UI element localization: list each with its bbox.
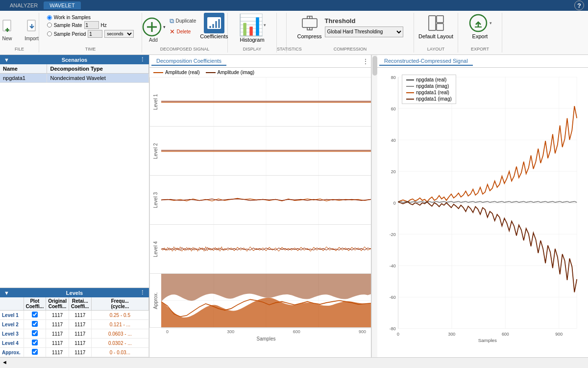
level-name: Level 2: [0, 320, 24, 329]
level-row[interactable]: Level 3 1117 1117 0.0603 - ...: [0, 329, 149, 339]
sample-rate-input[interactable]: [84, 21, 99, 29]
delete-button[interactable]: ✕ Delete: [168, 27, 198, 36]
legend-real: Amplitude (real): [153, 70, 200, 75]
svg-rect-18: [437, 24, 443, 30]
level2-label: Level 2: [149, 127, 161, 175]
level-freq: 0.0302 - ...: [91, 339, 148, 348]
level-retained: 1117: [69, 311, 91, 320]
level-checkbox[interactable]: [32, 330, 38, 336]
level1-label: Level 1: [149, 78, 161, 126]
svg-text:600: 600: [502, 332, 509, 337]
compress-button[interactable]: Compress: [297, 13, 321, 46]
export-button[interactable]: [468, 13, 489, 33]
level-checkbox[interactable]: [32, 340, 38, 345]
new-button[interactable]: New: [0, 15, 19, 43]
chart2-area: [161, 127, 371, 175]
bottom-bar: ◄: [0, 357, 588, 366]
levels-table: PlotCoeffi... OriginalCoeffi... Retai...…: [0, 297, 149, 357]
level-row[interactable]: Level 1 1117 1117 0.25 - 0.5: [0, 311, 149, 320]
level-freq: 0.121 - ...: [91, 320, 148, 329]
levels-title: Levels: [66, 290, 83, 296]
level-checkbox[interactable]: [32, 321, 38, 327]
level-checkbox[interactable]: [32, 312, 38, 317]
level-freq: 0.0603 - ...: [91, 329, 148, 339]
legend-npgdata1-imag: npgdata1 (imag): [416, 96, 452, 102]
time-unit-select[interactable]: seconds: [104, 30, 134, 38]
export-dropdown[interactable]: ▾: [490, 21, 492, 26]
level-freq: 0.25 - 0.5: [91, 311, 148, 320]
levels-collapse[interactable]: ▼: [4, 290, 9, 296]
histogram-button[interactable]: 📊: [238, 13, 264, 37]
level-checkbox-cell[interactable]: [24, 311, 46, 320]
legend-npgdata1-real: npgdata1 (real): [416, 90, 449, 95]
scenarios-options[interactable]: ⋮: [140, 56, 145, 63]
levels-options[interactable]: ⋮: [140, 289, 145, 296]
col-original: OriginalCoeffi...: [46, 297, 69, 311]
reconstructed-chart: npgdata (real) npgdata (imag) npgdata1 (…: [377, 68, 588, 357]
level-row[interactable]: Level 4 1117 1117 0.0302 - ...: [0, 339, 149, 348]
decomp-legend: Amplitude (real) Amplitude (imag): [149, 68, 371, 78]
svg-text:Samples: Samples: [478, 338, 497, 343]
approx-area: [161, 274, 371, 327]
level-original: 1117: [46, 311, 69, 320]
chart-level1: Level 1: [149, 78, 371, 127]
legend-imag-label: Amplitude (imag): [218, 70, 255, 75]
chart-approx: Approx.: [149, 274, 371, 328]
col-name: Name: [0, 64, 47, 74]
level-retained: 1117: [69, 339, 91, 348]
decomp-charts[interactable]: Level 1 Level: [149, 78, 371, 357]
sample-rate-radio[interactable]: [47, 23, 52, 27]
chart-level3: Level 3: [149, 176, 371, 225]
level-row[interactable]: Approx. 1117 1117 0 - 0.03...: [0, 348, 149, 357]
nav-prev[interactable]: ◄: [2, 359, 7, 365]
level-checkbox-cell[interactable]: [24, 320, 46, 329]
collapse-arrow[interactable]: ▼: [4, 57, 9, 63]
coefficients-button[interactable]: Coefficients: [200, 13, 228, 46]
scenario-row[interactable]: npgdata1 Nondecimated Wavelet: [0, 74, 149, 83]
duplicate-button[interactable]: ⧉ Duplicate: [168, 16, 198, 26]
scenarios-table: Name Decomposition Type npgdata1 Nondeci…: [0, 64, 149, 83]
work-in-samples-label: Work in Samples: [54, 15, 91, 20]
approx-label: Approx.: [149, 274, 161, 327]
level-checkbox-cell[interactable]: [24, 339, 46, 348]
ribbon: New Import FILE Work in Samples: [0, 11, 588, 55]
scenarios-header: ▼ Scenarios ⋮: [0, 55, 149, 64]
chart4-area: [161, 225, 371, 273]
histogram-dropdown[interactable]: ▾: [264, 23, 266, 27]
right-panel: Reconstructed-Compressed Signal npgdata …: [377, 55, 588, 357]
x-axis-title: Samples: [161, 335, 371, 342]
add-dropdown[interactable]: ▾: [163, 25, 166, 29]
svg-text:0: 0: [397, 332, 399, 337]
hz-label: Hz: [101, 23, 107, 28]
default-layout-button[interactable]: Default Layout: [418, 13, 453, 46]
svg-text:0: 0: [393, 201, 396, 206]
sample-period-radio[interactable]: [47, 31, 52, 36]
reconstructed-tab-bar: Reconstructed-Compressed Signal: [377, 55, 588, 68]
levels-header: ▼ Levels ⋮: [0, 288, 149, 297]
threshold-title: Threshold: [325, 17, 403, 25]
decomp-tab[interactable]: Decomposition Coefficients: [151, 57, 226, 66]
middle-panel: Decomposition Coefficients ⋮ Amplitude (…: [149, 55, 371, 357]
add-button[interactable]: [142, 17, 162, 37]
top-bar: ANALYZER WAVELET ?: [0, 0, 588, 11]
decomp-options[interactable]: ⋮: [362, 57, 369, 65]
scenario-name: npgdata1: [0, 74, 47, 83]
work-in-samples-radio[interactable]: [47, 15, 52, 20]
col-freq: Frequ...(cycle...: [91, 297, 148, 311]
middle-scrollbar[interactable]: [371, 55, 377, 357]
level-checkbox[interactable]: [32, 349, 38, 355]
reconstructed-tab[interactable]: Reconstructed-Compressed Signal: [379, 57, 473, 66]
help-button[interactable]: ?: [574, 0, 584, 10]
threshold-select[interactable]: Global Hard Thresholding: [325, 26, 403, 37]
ribbon-group-export: ▾ Export EXPORT: [458, 13, 502, 53]
tab-wavelet[interactable]: WAVELET: [44, 1, 80, 9]
level-checkbox-cell[interactable]: [24, 348, 46, 357]
level-original: 1117: [46, 320, 69, 329]
sample-period-input[interactable]: [88, 30, 102, 38]
level-retained: 1117: [69, 320, 91, 329]
svg-text:-40: -40: [390, 263, 396, 268]
level-checkbox-cell[interactable]: [24, 329, 46, 339]
tab-analyzer[interactable]: ANALYZER: [4, 1, 44, 9]
svg-rect-17: [437, 16, 443, 23]
level-row[interactable]: Level 2 1117 1117 0.121 - ...: [0, 320, 149, 329]
